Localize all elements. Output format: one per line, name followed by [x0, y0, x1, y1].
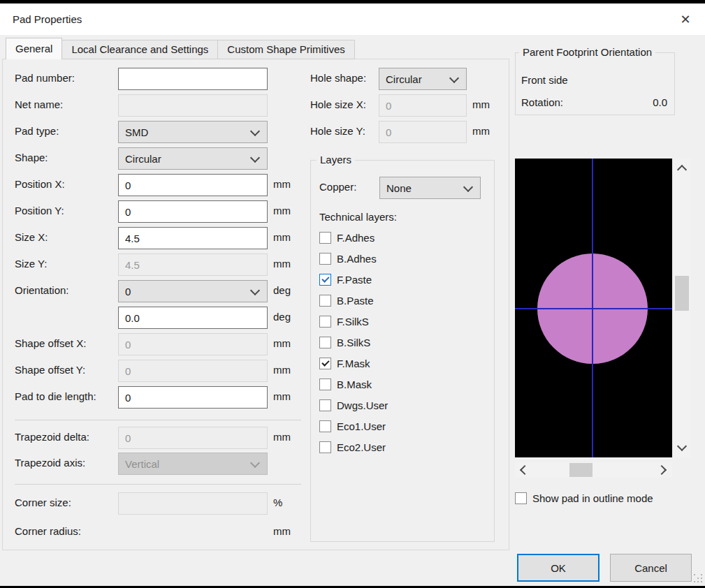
- hole-size-x-label: Hole size X:: [310, 98, 366, 110]
- corner-size-input: [118, 492, 268, 515]
- shape-value: Circular: [125, 153, 161, 165]
- chevron-down-icon: [449, 73, 459, 83]
- size-x-input[interactable]: [118, 227, 268, 249]
- scroll-left-button[interactable]: [516, 463, 530, 477]
- horizontal-scrollbar-thumb[interactable]: [569, 463, 593, 477]
- layers-group: Layers Copper: None Technical layers: F.…: [310, 160, 495, 542]
- checkbox-icon: [319, 399, 331, 411]
- ok-button[interactable]: OK: [517, 554, 599, 582]
- trapezoid-axis-label: Trapezoid axis:: [15, 457, 85, 469]
- layer-checkbox-label: Eco2.User: [337, 441, 386, 453]
- crosshair-horizontal-line: [515, 308, 672, 309]
- vertical-scrollbar-thumb[interactable]: [675, 276, 689, 311]
- shape-offset-y-unit: mm: [273, 364, 291, 376]
- corner-radius-unit: mm: [273, 525, 291, 537]
- size-y-input: [118, 253, 268, 276]
- scroll-right-button[interactable]: [656, 463, 670, 477]
- checkbox-icon: [319, 295, 331, 307]
- checkbox-icon: [319, 274, 331, 286]
- chevron-down-icon: [250, 286, 260, 295]
- front-side-label: Front side: [521, 74, 568, 86]
- orientation-value: 0: [125, 286, 131, 297]
- layer-checkbox-label: B.Mask: [337, 378, 372, 390]
- tab-custom-shape[interactable]: Custom Shape Primitives: [218, 40, 354, 59]
- layer-checkbox-label: B.Adhes: [337, 253, 377, 265]
- pad-to-die-input[interactable]: [118, 386, 268, 409]
- checkbox-icon: [319, 358, 331, 369]
- orientation-custom-input[interactable]: [118, 307, 268, 329]
- shape-offset-x-unit: mm: [273, 337, 291, 349]
- layer-checkbox-eco1-user[interactable]: Eco1.User: [319, 420, 386, 432]
- layer-checkbox-dwgs-user[interactable]: Dwgs.User: [319, 399, 388, 411]
- parent-orientation-group: Parent Footprint Orientation Front side …: [515, 52, 675, 115]
- copper-label: Copper:: [319, 181, 356, 193]
- close-icon[interactable]: ✕: [668, 3, 703, 35]
- size-x-label: Size X:: [15, 231, 48, 243]
- layer-checkbox-f-paste[interactable]: F.Paste: [319, 274, 372, 286]
- hole-size-y-input: [379, 121, 467, 143]
- layer-checkbox-label: F.Paste: [337, 274, 372, 286]
- hole-shape-label: Hole shape:: [310, 72, 366, 84]
- tab-general[interactable]: General: [6, 38, 62, 59]
- layer-checkbox-label: Eco1.User: [337, 420, 386, 432]
- layer-checkbox-b-paste[interactable]: B.Paste: [319, 295, 374, 307]
- shape-offset-y-input: [118, 360, 268, 382]
- layer-checkbox-label: F.SilkS: [337, 316, 369, 328]
- layer-checkbox-eco2-user[interactable]: Eco2.User: [319, 441, 386, 453]
- scroll-up-button[interactable]: [675, 161, 689, 175]
- position-y-input[interactable]: [118, 200, 268, 223]
- size-y-label: Size Y:: [15, 258, 47, 270]
- chevron-down-icon: [463, 182, 473, 192]
- layer-checkbox-b-adhes[interactable]: B.Adhes: [319, 253, 377, 265]
- hole-size-x-row: Hole size X: mm: [3, 94, 510, 117]
- layer-checkbox-b-mask[interactable]: B.Mask: [319, 378, 372, 390]
- shape-offset-x-label: Shape offset X:: [15, 337, 86, 349]
- position-y-label: Position Y:: [15, 205, 64, 216]
- corner-size-label: Corner size:: [15, 497, 71, 508]
- separator: [15, 420, 301, 420]
- checkbox-icon: [319, 316, 331, 328]
- copper-select[interactable]: None: [379, 177, 481, 199]
- layer-checkbox-f-adhes[interactable]: F.Adhes: [319, 232, 375, 244]
- checkbox-icon: [319, 378, 331, 390]
- orientation-unit: deg: [273, 284, 291, 296]
- scroll-down-button[interactable]: [675, 441, 689, 455]
- hole-size-y-row: Hole size Y: mm: [3, 121, 510, 143]
- size-y-unit: mm: [273, 258, 291, 270]
- preview-horizontal-scrollbar[interactable]: [515, 462, 672, 478]
- trapezoid-delta-label: Trapezoid delta:: [15, 431, 89, 443]
- orientation-select[interactable]: 0: [118, 280, 268, 302]
- layers-group-title: Layers: [317, 154, 355, 166]
- chevron-down-icon: [250, 153, 260, 163]
- chevron-down-icon: [250, 458, 260, 468]
- orientation-custom-unit: deg: [273, 311, 291, 323]
- layer-checkbox-label: B.Paste: [337, 295, 374, 307]
- preview-vertical-scrollbar[interactable]: [674, 159, 690, 457]
- trapezoid-axis-select: Vertical: [118, 453, 268, 475]
- cancel-button[interactable]: Cancel: [610, 554, 692, 582]
- chevron-left-icon: [520, 465, 530, 475]
- checkbox-icon: [319, 337, 331, 348]
- shape-label: Shape:: [15, 152, 48, 163]
- resize-grip[interactable]: [694, 574, 704, 584]
- hole-size-y-unit: mm: [472, 125, 490, 137]
- layer-checkbox-b-silks[interactable]: B.SilkS: [319, 337, 370, 348]
- show-outline-mode-checkbox[interactable]: Show pad in outline mode: [515, 492, 653, 504]
- position-x-input[interactable]: [118, 174, 268, 196]
- tab-local-clearance[interactable]: Local Clearance and Settings: [62, 40, 218, 59]
- trapezoid-delta-input: [118, 427, 268, 449]
- layer-checkbox-label: F.Mask: [337, 358, 370, 369]
- layer-checkbox-f-mask[interactable]: F.Mask: [319, 358, 370, 369]
- shape-select[interactable]: Circular: [118, 147, 268, 170]
- chevron-down-icon: [677, 441, 687, 451]
- position-y-unit: mm: [273, 205, 291, 216]
- pad-to-die-label: Pad to die length:: [15, 390, 96, 402]
- rotation-value: 0.0: [653, 96, 667, 108]
- hole-shape-select[interactable]: Circular: [379, 68, 467, 90]
- size-x-unit: mm: [273, 231, 291, 243]
- shape-offset-y-label: Shape offset Y:: [15, 364, 85, 376]
- layer-checkbox-f-silks[interactable]: F.SilkS: [319, 316, 369, 328]
- pad-to-die-unit: mm: [273, 390, 291, 402]
- window-title: Pad Properties: [13, 3, 82, 35]
- corner-radius-label: Corner radius:: [15, 525, 81, 537]
